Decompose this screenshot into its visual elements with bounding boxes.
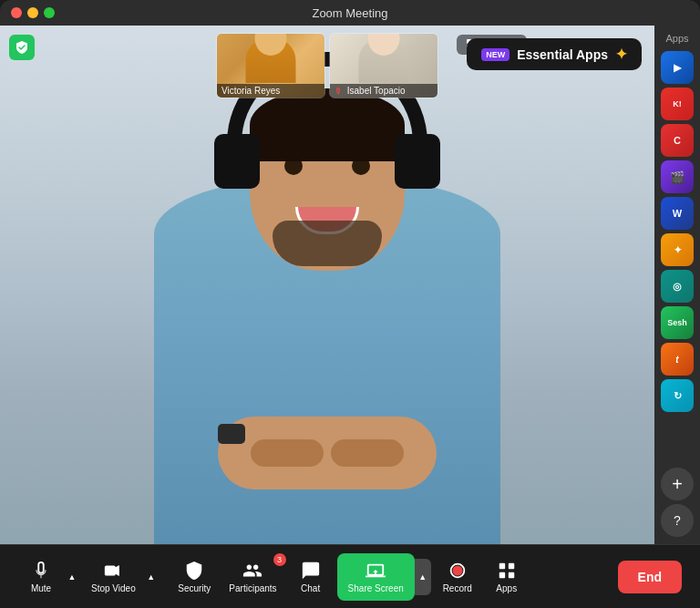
stop-video-group: Stop Video ▲ xyxy=(84,555,160,599)
video-area: Victoria Reyes 🎙 Isabel Topacio xyxy=(0,26,654,544)
mute-chevron[interactable]: ▲ xyxy=(64,559,80,595)
app-4-icon: 🎬 xyxy=(670,170,685,184)
mute-group: Mute ▲ xyxy=(18,555,80,599)
participants-button[interactable]: 3 Participants xyxy=(221,555,283,599)
muted-mic-icon: 🎙 xyxy=(335,87,343,96)
hands xyxy=(218,417,437,489)
share-screen-icon xyxy=(365,561,386,581)
share-screen-button[interactable]: Share Screen xyxy=(337,553,415,601)
minimize-button[interactable] xyxy=(27,7,38,18)
app-10-icon: ↻ xyxy=(674,390,682,402)
record-label: Record xyxy=(443,583,472,593)
app-icon-1[interactable]: ▶ xyxy=(661,51,694,84)
video-chevron[interactable]: ▲ xyxy=(143,559,160,595)
app-2-icon: K! xyxy=(673,99,682,108)
beard xyxy=(273,221,382,266)
help-icon: ? xyxy=(674,513,681,528)
svg-point-4 xyxy=(452,565,462,575)
app-icon-4[interactable]: 🎬 xyxy=(661,160,694,193)
close-button[interactable] xyxy=(11,7,22,18)
app-icon-2[interactable]: K! xyxy=(661,88,694,120)
thumbnail-victoria[interactable]: Victoria Reyes xyxy=(216,33,325,98)
apps-button[interactable]: Apps xyxy=(484,555,530,599)
svg-rect-6 xyxy=(499,562,505,568)
banner-text: Essential Apps xyxy=(517,47,608,62)
apps-label: Apps xyxy=(496,583,517,593)
participants-icon xyxy=(242,561,262,581)
title-bar: Zoom Meeting xyxy=(0,0,700,26)
main-video xyxy=(0,26,654,544)
maximize-button[interactable] xyxy=(44,7,55,18)
app-9-icon: t xyxy=(675,355,678,365)
record-button[interactable]: Record xyxy=(435,555,480,599)
stars-icon: ✦ xyxy=(615,46,627,63)
chat-label: Chat xyxy=(301,583,320,593)
app-5-icon: W xyxy=(673,208,682,219)
thumbnail-isabel[interactable]: 🎙 Isabel Topacio xyxy=(329,33,438,98)
app-icon-8[interactable]: Sesh xyxy=(661,306,694,339)
end-button[interactable]: End xyxy=(618,561,682,593)
headphone-right-cup xyxy=(395,134,440,189)
security-button[interactable]: Security xyxy=(170,555,218,599)
toolbar: Mute ▲ Stop Video ▲ Security xyxy=(0,544,700,608)
app-3-icon: C xyxy=(674,135,681,146)
shield-svg xyxy=(15,40,29,55)
svg-rect-7 xyxy=(509,562,514,568)
svg-rect-8 xyxy=(499,572,505,577)
app-icon-7[interactable]: ◎ xyxy=(661,270,694,303)
hand-right xyxy=(331,439,404,467)
security-icon xyxy=(184,561,204,581)
app-icon-10[interactable]: ↻ xyxy=(661,379,694,412)
apps-sidebar-title: Apps xyxy=(665,33,688,44)
essential-apps-banner[interactable]: NEW Essential Apps ✦ xyxy=(467,38,642,70)
add-app-button[interactable]: + xyxy=(661,468,694,500)
chat-icon xyxy=(301,561,321,581)
add-icon: + xyxy=(672,474,683,495)
mute-button[interactable]: Mute xyxy=(18,555,64,599)
toolbar-right: End xyxy=(530,561,682,593)
help-button[interactable]: ? xyxy=(661,504,694,537)
app-1-icon: ▶ xyxy=(674,62,681,74)
window-title: Zoom Meeting xyxy=(312,6,387,20)
app-8-icon: Sesh xyxy=(667,318,687,327)
traffic-lights xyxy=(11,7,55,18)
thumbnail-strip: Victoria Reyes 🎙 Isabel Topacio xyxy=(216,33,438,98)
share-chevron[interactable]: ▲ xyxy=(415,559,431,595)
share-screen-label: Share Screen xyxy=(348,583,404,593)
app-6-icon: ✦ xyxy=(674,244,682,256)
watch xyxy=(218,424,245,444)
app-icon-9[interactable]: t xyxy=(661,343,694,376)
stop-video-button[interactable]: Stop Video xyxy=(84,555,143,599)
security-label: Security xyxy=(178,583,211,593)
new-badge: NEW xyxy=(481,48,510,61)
app-icon-5[interactable]: W xyxy=(661,197,694,230)
person-container xyxy=(99,61,555,544)
hand-left xyxy=(251,439,324,467)
thumbnail-victoria-label: Victoria Reyes xyxy=(217,84,324,98)
record-icon xyxy=(448,561,468,581)
toolbar-left: Mute ▲ Stop Video ▲ xyxy=(18,555,170,599)
app-7-icon: ◎ xyxy=(673,281,682,293)
app-icon-6[interactable]: ✦ xyxy=(661,233,694,266)
svg-rect-9 xyxy=(509,572,514,577)
share-screen-group: Share Screen ▲ xyxy=(337,553,431,601)
stop-video-icon xyxy=(103,561,123,581)
app-icon-3[interactable]: C xyxy=(661,124,694,157)
mute-label: Mute xyxy=(31,583,51,593)
main-content: Victoria Reyes 🎙 Isabel Topacio xyxy=(0,26,700,544)
apps-sidebar: Apps ▶ K! C 🎬 W ✦ ◎ Sesh xyxy=(654,26,700,544)
apps-icon xyxy=(497,561,517,581)
participants-count: 3 xyxy=(273,553,286,566)
toolbar-center: Security 3 Participants Chat Share Scree… xyxy=(170,553,530,601)
headphone-left-cup xyxy=(214,134,260,189)
stop-video-label: Stop Video xyxy=(91,583,136,593)
shield-status-icon[interactable] xyxy=(9,35,35,60)
chat-button[interactable]: Chat xyxy=(288,555,334,599)
thumbnail-isabel-label: 🎙 Isabel Topacio xyxy=(330,84,438,98)
mute-icon xyxy=(31,561,51,581)
participants-label: Participants xyxy=(229,583,276,593)
